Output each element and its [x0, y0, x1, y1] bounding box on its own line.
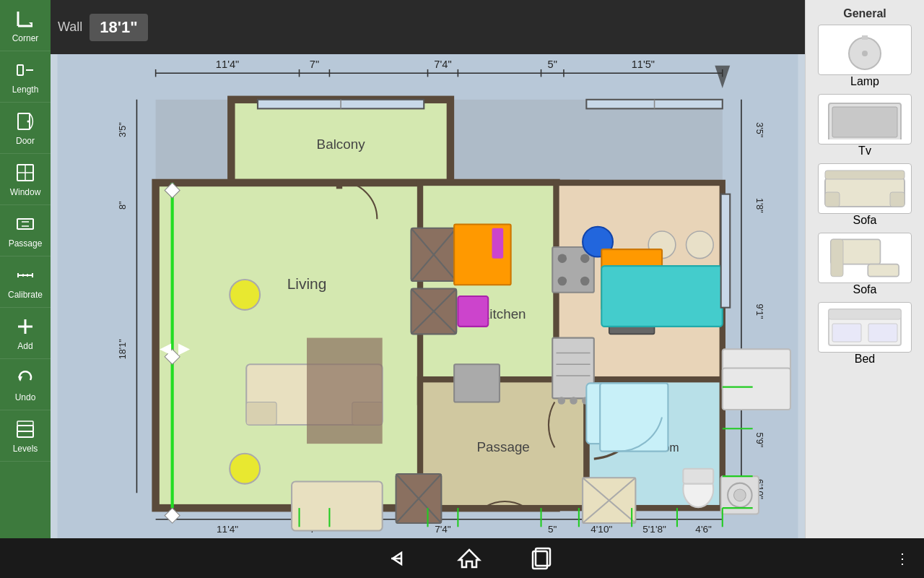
- furniture-lamp[interactable]: Lamp: [811, 25, 919, 88]
- svg-text:4'10": 4'10": [590, 524, 612, 535]
- recents-button[interactable]: [527, 544, 556, 573]
- svg-rect-154: [832, 107, 897, 137]
- tv-thumbnail: [818, 94, 912, 144]
- passage-tool[interactable]: Passage: [0, 205, 51, 256]
- passage-label: Passage: [9, 238, 43, 249]
- furniture-tv[interactable]: Tv: [811, 94, 919, 158]
- svg-text:7'4": 7'4": [435, 524, 451, 535]
- svg-rect-98: [492, 228, 503, 259]
- lamp-thumbnail: [818, 25, 912, 75]
- svg-rect-136: [721, 194, 731, 308]
- bottom-bar: ⋮: [0, 538, 924, 578]
- left-toolbar: Corner Length Door Window: [0, 0, 51, 542]
- tv-label: Tv: [858, 144, 871, 158]
- undo-tool[interactable]: Undo: [0, 359, 51, 410]
- svg-text:5'1'8": 5'1'8": [642, 524, 666, 535]
- furniture-sofa2[interactable]: Sofa: [811, 233, 919, 296]
- svg-text:5'9": 5'9": [754, 433, 764, 448]
- corner-icon: [14, 7, 37, 30]
- levels-icon: [14, 418, 37, 441]
- general-label: General: [843, 7, 886, 20]
- svg-rect-122: [683, 469, 713, 484]
- home-button[interactable]: [455, 544, 484, 573]
- length-tool[interactable]: Length: [0, 51, 51, 103]
- calibrate-label: Calibrate: [8, 290, 43, 300]
- svg-rect-118: [723, 368, 790, 410]
- corner-label: Corner: [12, 33, 39, 43]
- calibrate-tool[interactable]: Calibrate: [0, 256, 51, 308]
- svg-rect-3: [17, 65, 23, 75]
- wall-value: 18'1": [90, 14, 147, 41]
- undo-icon: [14, 366, 37, 389]
- floor-plan-area[interactable]: 11'4" 7" 7'4" 5" 11'5" 11'4" 7" 7'4" 5" …: [51, 54, 805, 538]
- svg-rect-158: [825, 171, 905, 179]
- svg-rect-164: [832, 324, 861, 342]
- svg-rect-24: [17, 426, 33, 431]
- svg-text:◀: ◀: [160, 340, 172, 356]
- svg-rect-84: [307, 338, 383, 444]
- svg-point-110: [570, 397, 577, 404]
- svg-rect-10: [17, 219, 33, 229]
- calibrate-icon: [14, 264, 37, 287]
- svg-point-100: [558, 254, 567, 263]
- window-tool[interactable]: Window: [0, 154, 51, 205]
- furniture-bed[interactable]: Bed: [811, 302, 919, 366]
- more-button[interactable]: ⋮: [895, 550, 910, 567]
- svg-text:11'4": 11'4": [217, 524, 238, 535]
- svg-rect-104: [454, 364, 500, 402]
- svg-text:4'6": 4'6": [695, 524, 712, 535]
- svg-rect-161: [868, 264, 899, 277]
- length-icon: [14, 59, 37, 82]
- add-icon: [14, 315, 37, 338]
- svg-text:Living: Living: [287, 275, 327, 292]
- levels-tool[interactable]: Levels: [0, 410, 51, 462]
- svg-text:5": 5": [548, 59, 557, 70]
- svg-marker-167: [459, 550, 479, 567]
- wall-label: Wall: [58, 20, 82, 35]
- svg-point-86: [230, 454, 260, 484]
- sofa1-thumbnail: [818, 163, 912, 214]
- furniture-sofa1[interactable]: Sofa: [811, 163, 919, 227]
- svg-point-151: [862, 51, 868, 56]
- add-tool[interactable]: Add: [0, 308, 51, 359]
- svg-rect-160: [831, 239, 843, 276]
- bottom-nav: [43, 544, 895, 573]
- passage-icon: [14, 212, 37, 236]
- sofa1-label: Sofa: [853, 214, 877, 227]
- svg-point-109: [558, 397, 565, 404]
- svg-point-114: [687, 231, 714, 259]
- svg-text:▶: ▶: [178, 340, 191, 356]
- corner-tool[interactable]: Corner: [0, 0, 51, 51]
- svg-point-101: [580, 254, 590, 263]
- bed-label: Bed: [855, 353, 875, 366]
- svg-text:11'4": 11'4": [216, 59, 239, 70]
- svg-point-125: [733, 489, 746, 501]
- svg-text:7": 7": [310, 59, 319, 70]
- svg-rect-96: [458, 296, 488, 327]
- svg-rect-163: [829, 309, 901, 319]
- window-icon: [14, 161, 37, 184]
- top-bar: Wall 18'1": [51, 0, 805, 54]
- right-panel: General Lamp Tv: [805, 0, 924, 542]
- svg-text:3'5": 3'5": [118, 122, 128, 137]
- svg-text:11'5": 11'5": [632, 59, 655, 70]
- window-label: Window: [10, 187, 41, 197]
- add-label: Add: [17, 341, 32, 351]
- door-tool[interactable]: Door: [0, 103, 51, 154]
- svg-text:1'8": 1'8": [754, 198, 764, 213]
- svg-point-103: [580, 277, 590, 286]
- svg-marker-22: [18, 376, 22, 381]
- svg-rect-152: [862, 35, 868, 40]
- svg-point-102: [558, 277, 567, 286]
- svg-text:7'4": 7'4": [434, 59, 451, 70]
- back-button[interactable]: [383, 544, 411, 573]
- svg-rect-165: [868, 324, 897, 342]
- bed-thumbnail: [818, 302, 912, 353]
- svg-rect-23: [17, 431, 33, 437]
- svg-text:3'5": 3'5": [754, 122, 764, 137]
- svg-rect-81: [246, 402, 276, 425]
- svg-rect-119: [601, 266, 723, 327]
- svg-text:Passage: Passage: [477, 439, 530, 454]
- lamp-label: Lamp: [850, 75, 879, 88]
- svg-point-85: [230, 280, 260, 310]
